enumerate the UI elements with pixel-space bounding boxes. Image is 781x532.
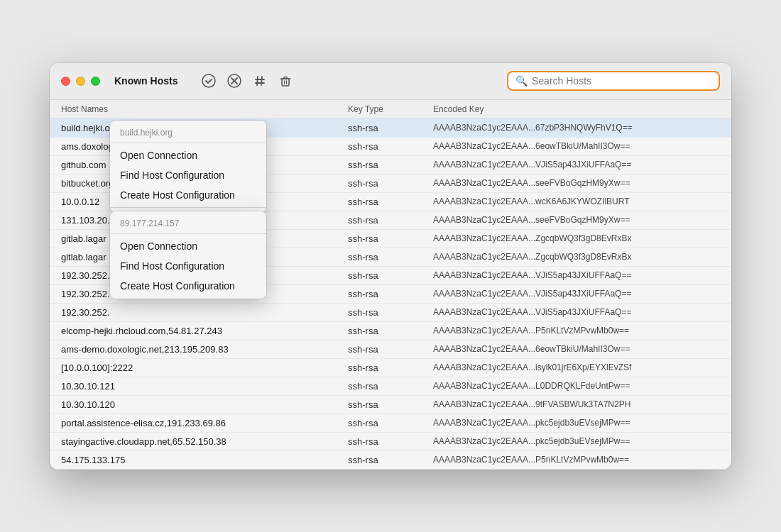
- context-menu-2: 89.177.214.157 Open Connection Find Host…: [110, 211, 266, 299]
- cell-keytype: ssh-rsa: [348, 196, 433, 207]
- ctx-menu-2-find-host[interactable]: Find Host Configuration: [110, 256, 266, 276]
- cell-keytype: ssh-rsa: [348, 381, 433, 392]
- cell-keytype: ssh-rsa: [348, 215, 433, 226]
- titlebar: Known Hosts: [50, 63, 731, 100]
- cell-hostname: stayingactive.cloudapp.net,65.52.150.38: [61, 436, 348, 447]
- search-box: 🔍: [507, 71, 720, 91]
- ctx-menu-2-open-connection[interactable]: Open Connection: [110, 236, 266, 256]
- svg-rect-8: [282, 79, 289, 86]
- main-window: Known Hosts: [50, 63, 731, 470]
- context-menu-1: build.hejki.org Open Connection Find Hos…: [110, 121, 266, 213]
- window-title: Known Hosts: [114, 75, 178, 87]
- ctx-menu-1-create-host[interactable]: Create Host Configuration: [110, 185, 266, 205]
- svg-point-0: [202, 74, 215, 87]
- cell-keytype: ssh-rsa: [348, 123, 433, 133]
- toolbar-icons: [197, 70, 297, 92]
- maximize-button[interactable]: [91, 77, 100, 86]
- cell-keytype: ssh-rsa: [348, 362, 433, 373]
- ctx-menu-2-create-host[interactable]: Create Host Configuration: [110, 276, 266, 296]
- cell-encoded: AAAAB3NzaC1yc2EAAA...ZgcqbWQ3f3gD8EvRxBx: [433, 233, 720, 244]
- traffic-lights: [61, 77, 100, 86]
- table-row[interactable]: ams-demo.doxologic.net,213.195.209.83ssh…: [50, 340, 731, 359]
- ctx-menu-1-separator-2: [110, 207, 266, 208]
- cell-hostname: ams-demo.doxologic.net,213.195.209.83: [61, 344, 348, 355]
- cell-hostname: 10.30.10.121: [61, 381, 348, 392]
- cell-keytype: ssh-rsa: [348, 233, 433, 244]
- cell-encoded: AAAAB3NzaC1yc2EAAA...pkc5ejdb3uEVsejMPw=…: [433, 436, 720, 447]
- check-icon-button[interactable]: [197, 70, 220, 92]
- minimize-button[interactable]: [76, 77, 85, 86]
- cell-keytype: ssh-rsa: [348, 252, 433, 262]
- close-button[interactable]: [61, 77, 70, 86]
- cell-hostname: [10.0.0.100]:2222: [61, 362, 348, 373]
- cell-encoded: AAAAB3NzaC1yc2EAAA...6eowTBkiU/MahII3Ow=…: [433, 141, 720, 152]
- ctx-menu-1-header: build.hejki.org: [110, 123, 266, 140]
- search-icon: 🔍: [515, 75, 528, 87]
- cell-keytype: ssh-rsa: [348, 141, 433, 152]
- cell-keytype: ssh-rsa: [348, 160, 433, 170]
- ctx-menu-1-separator-1: [110, 143, 266, 143]
- ctx-menu-2-separator-1: [110, 233, 266, 234]
- cell-keytype: ssh-rsa: [348, 270, 433, 281]
- cell-hostname: 10.30.10.120: [61, 399, 348, 410]
- cell-encoded: AAAAB3NzaC1yc2EAAA...ZgcqbWQ3f3gD8EvRxBx: [433, 252, 720, 262]
- cell-keytype: ssh-rsa: [348, 326, 433, 336]
- table-body: build.hejki.org,89.177.214.157ssh-rsaAAA…: [50, 119, 731, 470]
- cell-hostname: 54.175.133.175: [61, 455, 348, 465]
- table-row[interactable]: 10.30.10.121ssh-rsaAAAAB3NzaC1yc2EAAA...…: [50, 377, 731, 396]
- cell-encoded: AAAAB3NzaC1yc2EAAA...6eowTBkiU/MahII3Ow=…: [433, 344, 720, 355]
- cell-keytype: ssh-rsa: [348, 178, 433, 189]
- cell-keytype: ssh-rsa: [348, 307, 433, 318]
- col-header-keytype: Key Type: [348, 104, 433, 114]
- table-row[interactable]: portal.assistence-elisa.cz,191.233.69.86…: [50, 414, 731, 433]
- cell-encoded: AAAAB3NzaC1yc2EAAA...VJiS5ap43JXiUFFAaQ=…: [433, 307, 720, 318]
- cell-encoded: AAAAB3NzaC1yc2EAAA...pkc5ejdb3uEVsejMPw=…: [433, 418, 720, 428]
- cell-keytype: ssh-rsa: [348, 418, 433, 428]
- cell-encoded: AAAAB3NzaC1yc2EAAA...67zbP3HNQWyFhV1Q==: [433, 123, 720, 133]
- cell-encoded: AAAAB3NzaC1yc2EAAA...P5nKLtVzMPvwMb0w==: [433, 326, 720, 336]
- table-row[interactable]: stayingactive.cloudapp.net,65.52.150.38s…: [50, 433, 731, 451]
- cell-keytype: ssh-rsa: [348, 344, 433, 355]
- cell-encoded: AAAAB3NzaC1yc2EAAA...VJiS5ap43JXiUFFAaQ=…: [433, 289, 720, 299]
- cell-encoded: AAAAB3NzaC1yc2EAAA...P5nKLtVzMPvwMb0w==: [433, 455, 720, 465]
- cell-hostname: 192.30.252.: [61, 307, 348, 318]
- table-row[interactable]: elcomp-hejki.rhcloud.com,54.81.27.243ssh…: [50, 322, 731, 340]
- table-row[interactable]: 54.175.133.175ssh-rsaAAAAB3NzaC1yc2EAAA.…: [50, 451, 731, 470]
- cell-encoded: AAAAB3NzaC1yc2EAAA...seeFVBoGqzHM9yXw==: [433, 215, 720, 226]
- table-row[interactable]: 192.30.252.ssh-rsaAAAAB3NzaC1yc2EAAA...V…: [50, 304, 731, 322]
- cell-hostname: elcomp-hejki.rhcloud.com,54.81.27.243: [61, 326, 348, 336]
- search-box-wrapper: 🔍: [507, 71, 720, 91]
- ctx-menu-2-header: 89.177.214.157: [110, 214, 266, 231]
- cell-keytype: ssh-rsa: [348, 436, 433, 447]
- cell-keytype: ssh-rsa: [348, 399, 433, 410]
- search-input[interactable]: [532, 75, 711, 87]
- ctx-menu-1-find-host[interactable]: Find Host Configuration: [110, 165, 266, 185]
- cell-encoded: AAAAB3NzaC1yc2EAAA...VJiS5ap43JXiUFFAaQ=…: [433, 160, 720, 170]
- cell-encoded: AAAAB3NzaC1yc2EAAA...isylk01jrE6Xp/EYXlE…: [433, 362, 720, 373]
- cell-encoded: AAAAB3NzaC1yc2EAAA...seeFVBoGqzHM9yXw==: [433, 178, 720, 189]
- hash-icon-button[interactable]: [248, 70, 271, 92]
- col-header-hostnames: Host Names: [61, 104, 348, 114]
- ctx-menu-1-open-connection[interactable]: Open Connection: [110, 145, 266, 165]
- cell-encoded: AAAAB3NzaC1yc2EAAA...wcK6A6JKYWOZIlBURT: [433, 196, 720, 207]
- trash-icon-button[interactable]: [274, 70, 297, 92]
- cell-keytype: ssh-rsa: [348, 455, 433, 465]
- cell-hostname: portal.assistence-elisa.cz,191.233.69.86: [61, 418, 348, 428]
- cell-encoded: AAAAB3NzaC1yc2EAAA...VJiS5ap43JXiUFFAaQ=…: [433, 270, 720, 281]
- no-icon-button[interactable]: [223, 70, 246, 92]
- cell-encoded: AAAAB3NzaC1yc2EAAA...L0DDRQKLFdeUntPw==: [433, 381, 720, 392]
- table-row[interactable]: 10.30.10.120ssh-rsaAAAAB3NzaC1yc2EAAA...…: [50, 396, 731, 414]
- svg-line-5: [261, 77, 262, 85]
- col-header-encodedkey: Encoded Key: [433, 104, 720, 114]
- column-headers: Host Names Key Type Encoded Key: [50, 100, 731, 119]
- cell-encoded: AAAAB3NzaC1yc2EAAA...9tFVASBWUk3TA7N2PH: [433, 399, 720, 410]
- cell-keytype: ssh-rsa: [348, 289, 433, 299]
- svg-line-4: [257, 77, 258, 85]
- table-row[interactable]: [10.0.0.100]:2222ssh-rsaAAAAB3NzaC1yc2EA…: [50, 359, 731, 377]
